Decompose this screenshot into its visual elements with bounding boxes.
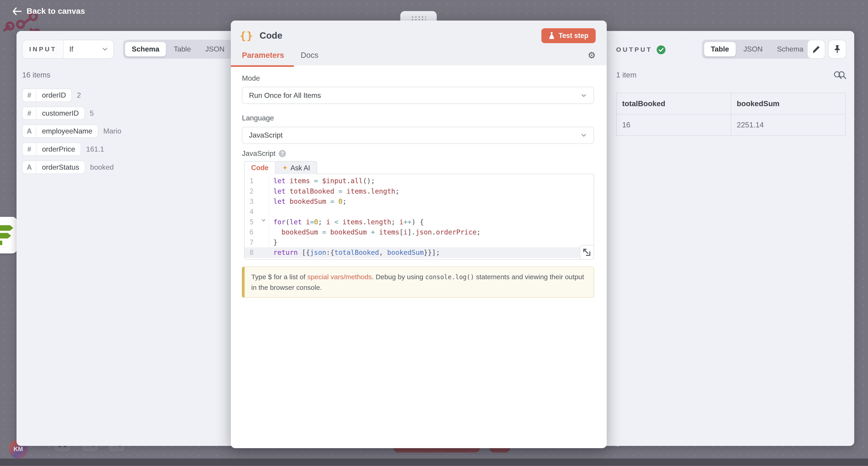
mode-select[interactable]: Run Once for All Items: [242, 87, 594, 104]
chevron-down-icon: [581, 132, 587, 138]
canvas-bottom-strip: [0, 459, 868, 466]
test-step-label: Test step: [559, 32, 588, 39]
schema-field-pill[interactable]: #orderPrice: [22, 142, 81, 156]
input-panel-label: INPUT: [23, 40, 64, 58]
code-line-1[interactable]: 1let items = $input.all();: [245, 176, 594, 186]
line-number: 1: [245, 176, 269, 186]
code-line-7[interactable]: 7}: [245, 237, 594, 247]
code-line-content: }: [269, 237, 278, 247]
code-line-8[interactable]: 8return [{json:{totalBooked, bookedSum}}…: [245, 247, 594, 258]
n8n-node-detail-view: Back to canvas KM I wish t: [0, 0, 868, 466]
tab-code[interactable]: Code: [244, 161, 276, 174]
output-view-tab-schema[interactable]: Schema: [770, 42, 810, 57]
code-node-dialog: {} Code Test step Parameters Docs ⚙ Mode: [231, 21, 607, 448]
sparkle-icon: ✦: [282, 164, 288, 172]
output-table-row[interactable]: 162251.14: [616, 114, 846, 136]
active-tab-underline: [231, 65, 294, 67]
flask-icon: [549, 32, 555, 39]
schema-field-value: 161.1: [86, 145, 104, 154]
gear-icon[interactable]: ⚙: [588, 51, 596, 60]
code-line-6[interactable]: 6 bookedSum = bookedSum + items[i].json.…: [245, 227, 594, 237]
schema-field-pill[interactable]: #customerID: [22, 107, 85, 120]
code-line-content: return [{json:{totalBooked, bookedSum}}]…: [269, 247, 440, 258]
mode-label: Mode: [242, 74, 260, 82]
language-value: JavaScript: [249, 131, 283, 139]
expand-editor-button[interactable]: [580, 245, 594, 259]
schema-field-name: orderPrice: [36, 143, 81, 156]
input-view-tab-json[interactable]: JSON: [199, 42, 231, 57]
dialog-header: {} Code Test step Parameters Docs ⚙: [231, 21, 607, 65]
code-line-content: let bookedSum = 0;: [269, 196, 346, 206]
tab-parameters[interactable]: Parameters: [242, 51, 284, 60]
back-arrow-icon: [12, 7, 22, 15]
back-to-canvas-button[interactable]: Back to canvas: [12, 6, 85, 16]
number-type-icon: #: [23, 89, 36, 101]
language-label: Language: [242, 114, 274, 122]
schema-field-value: Mario: [103, 127, 121, 135]
fold-chevron-icon[interactable]: [261, 219, 266, 222]
code-line-5[interactable]: 5for(let i=0; i < items.length; i++) {: [245, 217, 594, 227]
schema-field-pill[interactable]: AorderStatus: [22, 161, 85, 174]
schema-field-pill[interactable]: #orderID: [22, 89, 72, 102]
output-panel: OUTPUT TableJSONSchema 1 item totalBooke…: [607, 31, 854, 446]
language-select[interactable]: JavaScript: [242, 127, 594, 144]
number-type-icon: #: [23, 143, 36, 156]
line-number: 5: [245, 217, 269, 227]
schema-field-value: 5: [90, 109, 94, 118]
schema-field-name: orderStatus: [36, 161, 85, 173]
string-type-icon: A: [23, 161, 36, 173]
tab-docs[interactable]: Docs: [301, 51, 318, 60]
output-items-count: 1 item: [616, 71, 637, 79]
code-editor[interactable]: 1let items = $input.all();2let totalBook…: [244, 174, 594, 260]
output-table: totalBookedbookedSum162251.14: [616, 93, 846, 136]
pin-icon: [834, 45, 841, 54]
editor-label: JavaScript?: [242, 149, 286, 158]
code-line-content: let totalBooked = items.length;: [269, 186, 399, 196]
input-source-select[interactable]: If: [64, 40, 114, 58]
line-number: 4: [245, 206, 269, 217]
schema-field-pill[interactable]: AemployeeName: [22, 125, 98, 138]
input-view-tab-schema[interactable]: Schema: [125, 42, 166, 57]
tab-ask-ai[interactable]: ✦ Ask AI: [275, 161, 317, 174]
edit-output-button[interactable]: [807, 40, 826, 59]
code-line-4[interactable]: 4: [245, 206, 594, 217]
drag-dots-icon: [411, 15, 426, 21]
dialog-tabs: Parameters Docs ⚙: [231, 45, 607, 65]
number-type-icon: #: [23, 107, 36, 120]
output-view-tab-json[interactable]: JSON: [737, 42, 770, 57]
chevron-down-icon: [102, 46, 108, 52]
pin-data-button[interactable]: [828, 40, 846, 59]
test-step-button[interactable]: Test step: [541, 28, 596, 43]
code-line-content: for(let i=0; i < items.length; i++) {: [269, 217, 424, 227]
code-line-content: let items = $input.all();: [269, 176, 375, 186]
code-line-3[interactable]: 3let bookedSum = 0;: [245, 196, 594, 206]
node-title[interactable]: Code: [259, 30, 282, 41]
input-source-value: If: [69, 45, 73, 53]
input-source-control: INPUT If: [22, 40, 114, 59]
editor-tabs: Code ✦ Ask AI: [244, 161, 317, 174]
search-icon[interactable]: [834, 71, 842, 79]
output-view-toggle: TableJSONSchema: [702, 40, 812, 59]
input-view-toggle: SchemaTableJSON: [123, 40, 234, 59]
string-type-icon: A: [23, 125, 36, 137]
chevron-down-icon: [581, 92, 587, 98]
output-view-tab-table[interactable]: Table: [704, 42, 736, 57]
code-node-icon: {}: [240, 30, 253, 42]
editor-hint-box: Type $ for a list of special vars/method…: [242, 267, 594, 298]
if-node-icon: [0, 224, 14, 246]
expand-icon: [583, 249, 590, 256]
code-line-2[interactable]: 2let totalBooked = items.length;: [245, 186, 594, 196]
pencil-icon: [812, 45, 820, 53]
line-number: 7: [245, 237, 269, 247]
line-number: 8: [245, 247, 269, 258]
code-line-content: bookedSum = bookedSum + items[i].json.or…: [269, 227, 481, 237]
help-icon[interactable]: ?: [279, 150, 286, 157]
special-vars-link[interactable]: special vars/methods: [307, 273, 372, 280]
output-table-cell: 2251.14: [731, 114, 846, 136]
schema-field-name: customerID: [36, 107, 84, 120]
input-view-tab-table[interactable]: Table: [167, 42, 197, 57]
if-node-card[interactable]: [0, 217, 17, 254]
mode-value: Run Once for All Items: [249, 91, 321, 100]
input-items-count: 16 items: [22, 71, 51, 79]
line-number: 6: [245, 227, 269, 237]
